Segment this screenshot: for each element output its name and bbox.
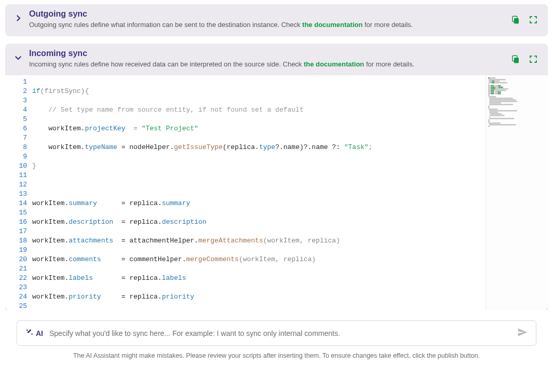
outgoing-desc-a: Outgoing sync rules define what informat… [29, 21, 302, 29]
incoming-desc-b: for more details. [364, 60, 414, 68]
outgoing-desc-b: for more details. [362, 21, 413, 29]
svg-rect-0 [514, 18, 519, 24]
ai-placeholder-text: Specify what you'd like to sync here... … [49, 329, 511, 337]
incoming-sync-panel: Incoming sync Incoming sync rules define… [5, 44, 548, 366]
outgoing-sync-panel: Outgoing sync Outgoing sync rules define… [5, 4, 548, 36]
code-content[interactable]: if(firstSync){ // Set type name from sou… [31, 75, 485, 310]
outgoing-header: Outgoing sync Outgoing sync rules define… [5, 4, 548, 36]
chevron-right-icon[interactable] [12, 12, 24, 24]
minimap[interactable]: ██████████ ███████████████████████ █████… [485, 75, 548, 310]
incoming-title: Incoming sync [29, 49, 510, 58]
ai-input-box[interactable]: AI Specify what you'd like to sync here.… [17, 320, 536, 346]
ai-label: AI [36, 329, 43, 337]
fullscreen-icon[interactable] [528, 54, 538, 64]
incoming-description: Incoming sync rules define how received … [29, 59, 510, 70]
incoming-header: Incoming sync Incoming sync rules define… [5, 44, 548, 76]
ai-assistant-bar: AI Specify what you'd like to sync here.… [5, 310, 548, 366]
wand-icon [25, 328, 34, 338]
outgoing-description: Outgoing sync rules define what informat… [29, 20, 510, 30]
outgoing-doc-link[interactable]: the documentation [302, 21, 362, 29]
send-icon[interactable] [517, 327, 528, 339]
svg-rect-2 [514, 58, 519, 63]
fullscreen-icon[interactable] [528, 15, 538, 25]
copy-icon[interactable] [510, 15, 521, 25]
ai-disclaimer: The AI Assistant might make mistakes. Pl… [17, 352, 536, 359]
incoming-doc-link[interactable]: the documentation [304, 60, 364, 68]
ai-badge: AI [25, 328, 43, 338]
chevron-down-icon[interactable] [12, 52, 24, 63]
code-editor[interactable]: 1234567891011121314151617181920212223242… [5, 75, 548, 310]
outgoing-title: Outgoing sync [29, 9, 510, 19]
line-number-gutter: 1234567891011121314151617181920212223242… [5, 75, 31, 310]
copy-icon[interactable] [510, 54, 521, 64]
incoming-desc-a: Incoming sync rules define how received … [29, 60, 304, 68]
